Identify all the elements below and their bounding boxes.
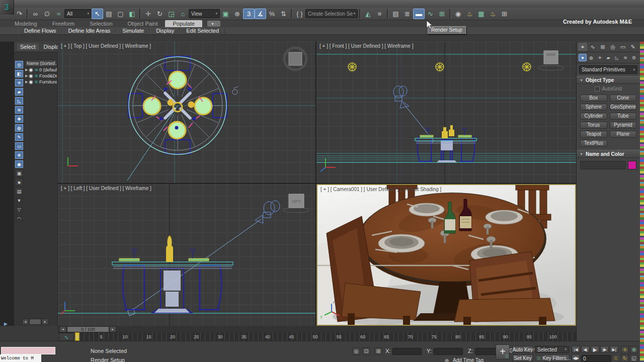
- object-type-button[interactable]: Cylinder: [580, 113, 607, 120]
- object-type-button[interactable]: Cone: [610, 95, 637, 102]
- viewport-front[interactable]: [ + ] [ Front ] [ User Defined ] [ Wiref…: [316, 42, 576, 183]
- x-coordinate-field[interactable]: [392, 348, 422, 355]
- ribbon-tab-object-paint[interactable]: Object Paint: [120, 20, 166, 27]
- display-groups-icon[interactable]: ◍: [15, 124, 23, 132]
- viewport-top-label[interactable]: [ + ] [ Top ] [ User Defined ] [ Wirefra…: [61, 43, 151, 49]
- edit-named-selection-sets-icon[interactable]: { }: [294, 9, 305, 19]
- select-and-manipulate-icon[interactable]: ⊕: [231, 9, 243, 19]
- visibility-eye-icon[interactable]: [29, 68, 33, 72]
- rectangular-selection-region-icon[interactable]: ▢: [115, 9, 126, 19]
- macro-recorder-pane[interactable]: [1, 347, 55, 354]
- named-selection-input[interactable]: Create Selection Se ▾: [305, 9, 358, 18]
- select-by-name-icon[interactable]: ▤: [103, 9, 115, 19]
- viewport-left-label[interactable]: [ + ] [ Left ] [ User Defined ] [ Wirefr…: [61, 186, 151, 191]
- hierarchy-view-icon[interactable]: ▤: [15, 188, 23, 195]
- curve-editor-icon[interactable]: ∿: [425, 9, 436, 19]
- go-to-start-button[interactable]: |◀: [572, 346, 580, 353]
- ribbon-minimize-icon[interactable]: ▾ ·: [207, 21, 220, 27]
- toggle-layer-explorer-icon[interactable]: ≣: [401, 9, 413, 19]
- set-keys-button[interactable]: +⚿: [496, 344, 510, 359]
- key-filters-button[interactable]: Key Filters...: [543, 354, 570, 361]
- ribbon-button[interactable]: Simulate: [116, 27, 150, 35]
- pin-icon[interactable]: ◠: [15, 215, 23, 222]
- expand-arrow-icon[interactable]: ▶: [25, 68, 28, 72]
- tab-display-icon[interactable]: ▭: [618, 43, 627, 51]
- viewport-left[interactable]: [ + ] [ Left ] [ User Defined ] [ Wirefr…: [58, 184, 315, 326]
- toggle-scene-explorer-icon[interactable]: ▤: [390, 9, 401, 19]
- bind-to-spacewarp-icon[interactable]: ≈: [53, 9, 64, 19]
- auto-key-button[interactable]: Auto Key: [512, 346, 533, 353]
- autogrid-checkbox[interactable]: [595, 86, 600, 92]
- viewport-front-label[interactable]: [ + ] [ Front ] [ User Defined ] [ Wiref…: [319, 43, 413, 49]
- key-entry-icon[interactable]: ⚿: [612, 354, 620, 362]
- category-systems-icon[interactable]: ⚙: [630, 54, 638, 61]
- display-helpers-icon[interactable]: ✚: [15, 115, 23, 123]
- display-cameras-icon[interactable]: ▰: [15, 88, 23, 96]
- select-and-link-icon[interactable]: ∞: [30, 9, 41, 19]
- object-type-button[interactable]: Box: [580, 95, 607, 102]
- maximize-viewport-icon[interactable]: ◱: [630, 354, 638, 362]
- ribbon-tab-selection[interactable]: Selection: [82, 20, 120, 27]
- filter-icon[interactable]: ▼: [15, 197, 23, 204]
- visibility-eye-icon[interactable]: [29, 74, 33, 78]
- selection-set-dropdown[interactable]: Selected ▾: [535, 346, 569, 353]
- display-bones-icon[interactable]: ❄: [15, 151, 23, 159]
- ribbon-button[interactable]: Define Idle Areas: [62, 27, 117, 35]
- window-crossing-icon[interactable]: ◧: [126, 9, 138, 19]
- use-pivot-point-icon[interactable]: ▣: [220, 9, 231, 19]
- select-and-place-icon[interactable]: ⌂: [177, 9, 189, 19]
- object-type-button[interactable]: Plane: [610, 131, 637, 138]
- time-tag-globe-icon[interactable]: ⊕: [443, 357, 451, 362]
- category-helpers-icon[interactable]: ◺: [613, 54, 621, 61]
- selection-lock-icon[interactable]: ⊡: [362, 347, 370, 355]
- scene-explorer-row[interactable]: ▶ ≋ 0 (defaul: [25, 67, 57, 73]
- display-lights-icon[interactable]: ☀: [15, 79, 23, 86]
- scroll-left-icon[interactable]: ◂: [22, 319, 29, 325]
- frame-back-icon[interactable]: ◂: [59, 326, 66, 332]
- snaps-toggle-icon[interactable]: 3: [243, 9, 255, 19]
- track-bar[interactable]: ◂ 0 / 100 ▸: [58, 326, 576, 333]
- display-materials-icon[interactable]: ▭: [15, 142, 23, 150]
- time-scrubber[interactable]: 0 / 100: [67, 326, 109, 332]
- expand-arrow-icon[interactable]: ▶: [25, 74, 28, 78]
- category-lights-icon[interactable]: ☀: [596, 54, 604, 61]
- angle-snap-icon[interactable]: ∡: [255, 9, 266, 19]
- select-and-rotate-icon[interactable]: ↻: [154, 9, 166, 19]
- select-and-move-icon[interactable]: ✛: [142, 9, 154, 19]
- unlink-selection-icon[interactable]: ∅: [41, 9, 53, 19]
- primitives-dropdown[interactable]: Standard Primitives ▾: [579, 65, 637, 74]
- object-type-button[interactable]: GeoSphere: [610, 104, 637, 111]
- name-and-color-rollout[interactable]: ▼ Name and Color: [577, 150, 640, 158]
- select-filter-icon[interactable]: ◎: [15, 61, 23, 68]
- ribbon-button[interactable]: Edit Selected: [180, 27, 225, 35]
- schematic-view-icon[interactable]: ⊞: [436, 9, 448, 19]
- coordinate-display-icon[interactable]: ⊞: [374, 347, 382, 355]
- orbit-view-icon[interactable]: ↻: [621, 354, 629, 362]
- pan-view-icon[interactable]: ✛: [621, 346, 629, 353]
- object-type-button[interactable]: TextPlus: [580, 140, 607, 147]
- selection-filter-dropdown[interactable]: All ▾: [64, 9, 92, 18]
- isolate-selection-icon[interactable]: ◎: [352, 347, 360, 355]
- display-geometry-icon[interactable]: ◧: [15, 70, 23, 77]
- redo-icon[interactable]: ↷: [14, 9, 25, 19]
- current-frame-field[interactable]: 0: [581, 355, 611, 362]
- render-production-icon[interactable]: ♨: [487, 9, 499, 19]
- display-shapes-icon[interactable]: ◺: [15, 97, 23, 105]
- app-logo-icon[interactable]: 3: [0, 0, 14, 15]
- tab-utilities-icon[interactable]: ✎: [628, 43, 637, 51]
- object-type-button[interactable]: Teapot: [580, 131, 607, 138]
- category-spacewarps-icon[interactable]: ≋: [621, 54, 629, 61]
- go-to-end-button[interactable]: ▶|: [610, 346, 618, 353]
- toggle-ribbon-icon[interactable]: ▬: [413, 9, 425, 19]
- column-header-name[interactable]: Name (Sorted Ascer: [25, 60, 57, 67]
- category-shapes-icon[interactable]: ◍: [587, 54, 595, 61]
- sort-icon[interactable]: ▣: [15, 169, 23, 177]
- object-name-field[interactable]: [580, 161, 626, 169]
- add-time-tag[interactable]: Add Time Tag: [453, 357, 484, 362]
- rendered-frame-window-icon[interactable]: ▦: [475, 9, 487, 19]
- next-frame-button[interactable]: |▶: [600, 346, 609, 353]
- object-type-button[interactable]: Sphere: [580, 104, 607, 111]
- material-editor-icon[interactable]: ◉: [452, 9, 464, 19]
- viewport-top[interactable]: [ + ] [ Top ] [ User Defined ] [ Wirefra…: [58, 42, 315, 183]
- list-view-icon[interactable]: ■: [15, 178, 23, 186]
